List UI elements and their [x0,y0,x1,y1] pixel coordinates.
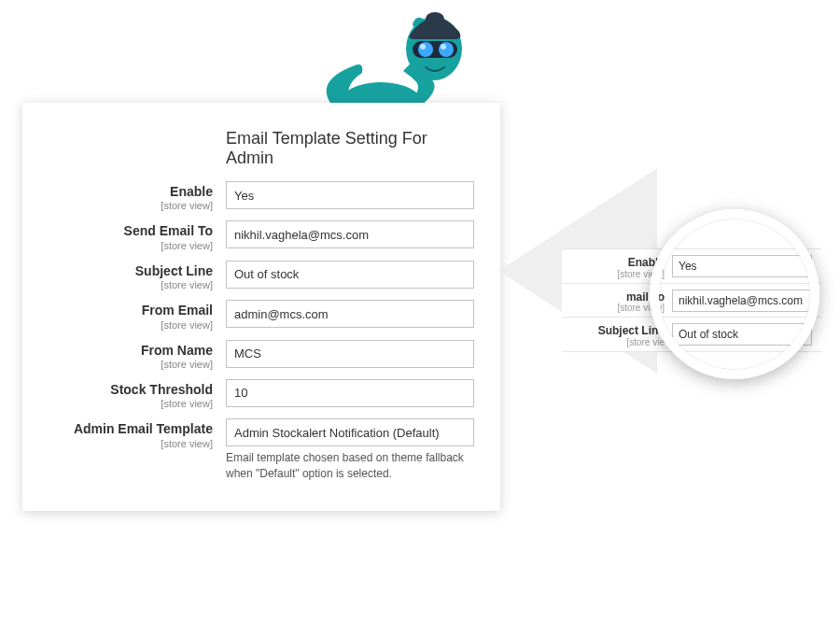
panel-heading: Email Template Setting For Admin [226,129,474,168]
zoom-field-label: mail To [562,291,665,304]
field-label: From Email [30,304,213,318]
scope-hint: [store view] [30,319,213,331]
field-row-send-to: Send Email To [store view] [30,220,474,250]
field-label: Send Email To [30,224,213,238]
zoom-scope-hint: [store view] [562,303,665,313]
scope-hint: [store view] [30,240,213,251]
zoom-scope-hint: [store vie [562,337,665,347]
zoom-field-label: Enable [562,257,665,269]
field-label: Admin Email Template [30,422,213,436]
zoom-row-subject: Subject Line [store vie [562,318,821,352]
enable-select[interactable] [226,181,474,209]
scope-hint: [store view] [30,200,213,211]
zoom-preview-panel: Enable [store view] mail To [store view]… [562,248,821,352]
zoom-field-label: Subject Line [562,325,665,337]
field-label: Enable [30,185,213,199]
scope-hint: [store view] [30,398,213,409]
stock-threshold-input[interactable] [226,379,474,407]
field-row-subject: Subject Line [store view] [30,261,474,290]
field-row-from-name: From Name [store view] [30,340,474,370]
send-email-to-input[interactable] [226,220,474,248]
svg-point-8 [420,44,426,49]
admin-email-template-select[interactable] [226,418,474,446]
scope-hint: [store view] [30,279,213,290]
from-name-input[interactable] [226,340,474,368]
field-label: Stock Threshold [30,383,213,397]
svg-point-7 [439,42,454,57]
svg-point-6 [418,42,433,57]
field-label: From Name [30,344,213,358]
from-email-input[interactable] [226,300,474,328]
field-row-from-email: From Email [store view] [30,300,474,330]
zoom-send-to-input[interactable] [672,290,812,312]
subject-line-input[interactable] [226,261,474,289]
zoom-enable-input[interactable] [672,255,812,277]
svg-point-3 [406,17,462,80]
svg-point-9 [441,44,446,49]
field-label: Subject Line [30,264,213,278]
template-hint-text: Email template chosen based on theme fal… [226,450,474,480]
svg-rect-5 [413,41,457,58]
field-row-threshold: Stock Threshold [store view] [30,379,474,409]
field-row-enable: Enable [store view] [30,181,474,211]
zoom-scope-hint: [store view] [562,269,665,279]
scope-hint: [store view] [30,359,213,370]
zoom-row-enable: Enable [store view] [562,248,821,284]
field-row-template: Admin Email Template [store view] Email … [30,418,474,480]
scope-hint: [store view] [30,438,213,449]
svg-point-4 [426,12,444,25]
zoom-subject-input[interactable] [672,323,812,346]
zoom-row-send-to: mail To [store view] [562,284,821,318]
email-template-settings-panel: Email Template Setting For Admin Enable … [22,103,500,511]
